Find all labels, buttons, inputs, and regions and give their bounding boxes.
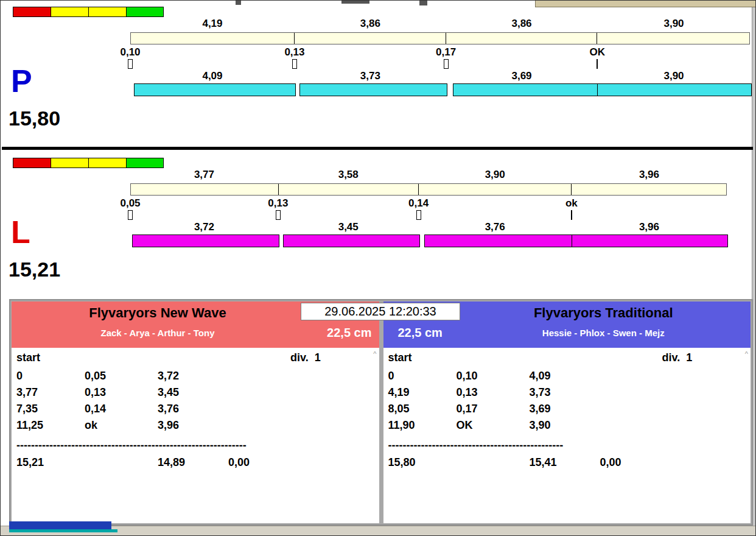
run-segment — [134, 83, 296, 96]
leg-segment — [418, 184, 571, 195]
leg-times-row: 4,193,863,863,90 — [130, 18, 750, 30]
leg-segment — [131, 33, 294, 44]
run-segment — [597, 83, 751, 96]
team-panel-right: Flyvaryors Traditional Hessie - Phlox - … — [383, 302, 751, 523]
background-window-edge-fragment — [9, 529, 117, 532]
background-window-titlebar-fragment — [535, 1, 756, 7]
leg-time-bar — [130, 183, 727, 196]
row-change-time: 0,14 — [85, 403, 106, 416]
run-segment — [424, 234, 573, 247]
run-segment — [132, 234, 279, 247]
leg-time-label: 3,90 — [663, 18, 684, 30]
run-time-label: 3,76 — [485, 221, 505, 233]
division-label: div. 1 — [662, 351, 693, 365]
row-change-time: ok — [85, 419, 97, 432]
leg-times-row: 3,773,583,903,96 — [130, 169, 727, 181]
division-label: div. 1 — [290, 351, 321, 365]
team-name: Flyvaryors Traditional — [457, 305, 751, 321]
row-cumulative-time: 0 — [16, 370, 23, 383]
lane-l-chart: 3,773,583,903,96 0,050,130,14ok 3,723,45… — [130, 157, 727, 254]
run-time-label: 3,69 — [511, 70, 531, 82]
lane-l: 3,773,583,903,96 0,050,130,14ok 3,723,45… — [1, 157, 755, 298]
penalty: 0,00 — [228, 456, 250, 470]
leg-time-label: 4,19 — [202, 18, 222, 30]
change-tick — [571, 210, 572, 220]
change-times-row: 0,100,130,17OK — [130, 46, 750, 57]
jump-height: 22,5 cm — [327, 326, 371, 340]
run-sum: 15,41 — [530, 456, 557, 470]
lane-p: 4,193,863,863,90 0,100,130,17OK 4,093,73… — [1, 5, 755, 147]
change-time-label: 0,17 — [436, 46, 456, 58]
jump-height: 22,5 cm — [398, 326, 443, 340]
lane-divider — [2, 147, 753, 150]
run-time-bar — [130, 83, 750, 96]
lane-letter: L — [11, 216, 30, 248]
row-change-time: 0,17 — [457, 403, 478, 416]
team-members: Hessie - Phlox - Swen - Mejz — [457, 328, 751, 338]
change-tick — [292, 59, 297, 69]
row-cumulative-time: 4,19 — [388, 386, 410, 400]
start-label: start — [388, 351, 412, 365]
row-change-time: OK — [457, 419, 473, 432]
run-times-row: 4,093,733,693,90 — [130, 70, 750, 82]
leg-segment — [446, 33, 597, 44]
run-segment — [283, 234, 419, 247]
results-list[interactable]: ^ startdiv. 100,104,094,190,133,738,050,… — [383, 348, 751, 523]
row-cumulative-time: 7,35 — [16, 403, 38, 416]
leg-segment — [294, 33, 445, 44]
scrollbar-up-arrow[interactable]: ^ — [373, 350, 376, 358]
row-cumulative-time: 11,25 — [16, 419, 43, 432]
run-segment — [572, 234, 728, 247]
change-ticks-row — [130, 59, 750, 69]
datetime-display: 29.06.2025 12:20:33 — [301, 303, 460, 320]
leg-time-label: 3,86 — [511, 18, 531, 30]
lane-p-chart: 4,193,863,863,90 0,100,130,17OK 4,093,73… — [130, 5, 750, 103]
change-time-label: 0,14 — [408, 197, 429, 210]
change-time-label: 0,05 — [120, 197, 140, 210]
leg-segment — [278, 184, 418, 195]
team-name: Flyvaryors New Wave — [12, 305, 304, 321]
background-window-fragment — [341, 1, 369, 4]
lane-letter: P — [11, 65, 32, 97]
leg-time-label: 3,86 — [360, 18, 380, 30]
results-section: Flyvaryors New Wave Zack - Arya - Arthur… — [9, 299, 753, 526]
run-time-label: 3,96 — [639, 221, 659, 233]
results-list[interactable]: ^ startdiv. 100,053,723,770,133,457,350,… — [12, 348, 379, 523]
scrollbar-up-arrow[interactable]: ^ — [745, 350, 748, 358]
row-run-time: 3,76 — [158, 403, 179, 416]
team-members: Zack - Arya - Arthur - Tony — [12, 328, 304, 338]
separator-line: ----------------------------------------… — [388, 439, 564, 453]
start-light-0 — [13, 158, 51, 168]
change-tick — [416, 210, 421, 220]
row-cumulative-time: 0 — [388, 370, 394, 383]
start-light-2 — [88, 158, 126, 168]
separator-line: ----------------------------------------… — [16, 439, 247, 453]
lane-total-time: 15,21 — [9, 259, 60, 280]
start-light-2 — [88, 7, 126, 17]
change-time-label: OK — [590, 46, 606, 58]
change-time-label: 0,13 — [284, 46, 304, 58]
change-tick — [128, 210, 133, 220]
total-time: 15,80 — [388, 456, 416, 470]
change-time-label: ok — [565, 197, 578, 210]
lane-total-time: 15,80 — [9, 108, 60, 129]
run-time-label: 3,73 — [360, 70, 380, 82]
change-time-label: 0,10 — [120, 46, 140, 58]
change-tick — [444, 59, 449, 69]
leg-time-bar — [130, 32, 750, 44]
row-cumulative-time: 3,77 — [16, 386, 38, 400]
run-sum: 14,89 — [158, 456, 185, 470]
background-window-titlebar-fragment — [9, 521, 111, 529]
flyball-timing-window: 4,193,863,863,90 0,100,130,17OK 4,093,73… — [0, 0, 756, 536]
leg-time-label: 3,96 — [639, 169, 659, 181]
leg-segment — [131, 184, 278, 195]
background-window-fragment — [419, 1, 427, 5]
leg-time-label: 3,58 — [338, 169, 359, 181]
row-run-time: 3,45 — [158, 386, 179, 400]
row-change-time: 0,05 — [85, 370, 106, 383]
row-run-time: 3,69 — [530, 403, 551, 416]
background-window-fragment — [236, 1, 241, 5]
start-light-1 — [51, 7, 88, 17]
run-times-row: 3,723,453,763,96 — [130, 221, 727, 233]
row-run-time: 3,73 — [530, 386, 551, 400]
